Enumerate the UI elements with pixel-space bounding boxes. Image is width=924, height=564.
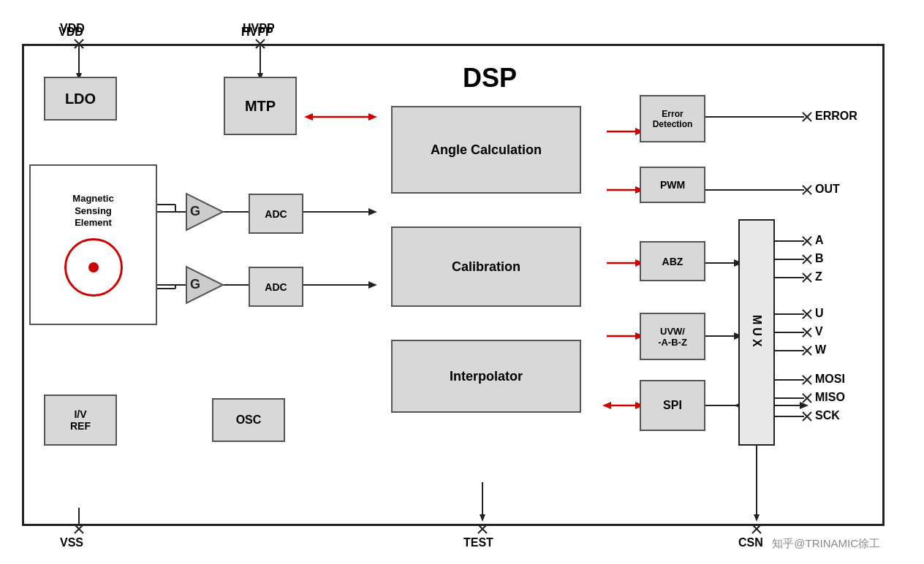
mtp-block: MTP <box>224 77 297 135</box>
z-pin-label: Z <box>815 270 822 283</box>
angle-calc-block: Angle Calculation <box>391 106 581 194</box>
csn-label: CSN <box>738 536 763 549</box>
watermark: 知乎@TRINAMIC徐工 <box>772 537 880 551</box>
abz-block: ABZ <box>640 241 705 281</box>
magnetic-sensing-block: MagneticSensingElement <box>29 164 157 325</box>
svg-text:G: G <box>190 204 200 218</box>
test-label: TEST <box>463 536 493 549</box>
diagram-container: VDD HVPP LDO MTP DSP Angle Calculation C… <box>0 0 924 564</box>
hvpp-top-label: HVPP <box>243 22 275 35</box>
magnetic-dot <box>88 262 99 273</box>
iv-ref-block: I/VREF <box>44 395 117 446</box>
amp-top-svg: G <box>183 190 227 234</box>
amp-bottom-svg: G <box>183 263 227 307</box>
osc-block: OSC <box>212 398 285 442</box>
vss-label: VSS <box>60 536 83 549</box>
w-pin-label: W <box>815 343 826 357</box>
vdd-top-label: VDD <box>60 22 85 35</box>
ldo-block: LDO <box>44 77 117 121</box>
v-pin-label: V <box>815 325 823 338</box>
dsp-title: DSP <box>373 58 607 94</box>
magnetic-label: MagneticSensingElement <box>72 193 113 230</box>
spi-block: SPI <box>640 380 705 431</box>
error-detection-block: ErrorDetection <box>640 95 705 142</box>
a-pin-label: A <box>815 234 824 247</box>
sck-pin-label: SCK <box>815 409 840 422</box>
mux-block: MUX <box>738 219 775 446</box>
magnetic-circle <box>64 238 123 297</box>
error-pin-label: ERROR <box>815 110 857 123</box>
out-pin-label: OUT <box>815 183 840 196</box>
interpolator-block: Interpolator <box>391 340 581 413</box>
pwm-block: PWM <box>640 167 705 203</box>
adc-top-block: ADC <box>249 194 303 234</box>
svg-text:G: G <box>190 277 200 291</box>
u-pin-label: U <box>815 307 824 320</box>
b-pin-label: B <box>815 252 824 265</box>
adc-bottom-block: ADC <box>249 267 303 307</box>
uvw-block: UVW/-A-B-Z <box>640 313 705 360</box>
miso-pin-label: MISO <box>815 391 845 404</box>
mosi-pin-label: MOSI <box>815 373 845 386</box>
calibration-block: Calibration <box>391 226 581 307</box>
